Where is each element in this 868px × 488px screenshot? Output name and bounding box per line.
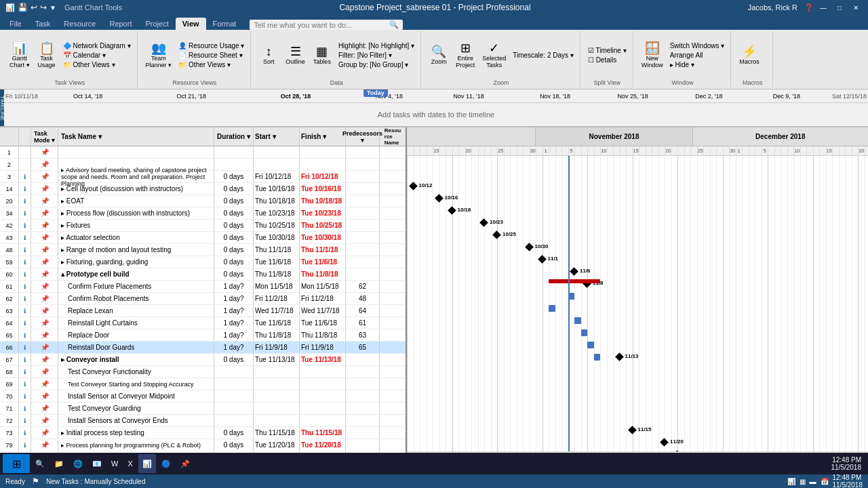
arrange-all-button[interactable]: Arrange All: [668, 51, 727, 60]
col-res-header[interactable]: ResourceName: [380, 127, 406, 146]
search-ribbon-input[interactable]: [254, 21, 389, 29]
task-usage-button[interactable]: 📋 TaskUsage: [35, 41, 59, 70]
switch-windows-button[interactable]: Switch Windows ▾: [668, 41, 727, 50]
resource-usage-button[interactable]: 👤 Resource Usage ▾: [176, 41, 246, 50]
table-row[interactable]: 3 ℹ 📌 ▸ Advisory board meeting, sharing …: [0, 171, 406, 183]
info-icon: ℹ: [24, 418, 26, 424]
table-row[interactable]: 14ℹ 📌 ▸ Cell layout (discussion with ins…: [0, 183, 406, 195]
highlight-dropdown[interactable]: Highlight: [No Highlight] ▾: [336, 41, 416, 50]
table-row[interactable]: 59ℹ 📌 ▸ Fixturing, guarding, guiding 0 d…: [0, 256, 406, 268]
status-view-icon[interactable]: 📊: [787, 478, 795, 485]
table-row[interactable]: 65ℹ 📌 Replace Door 1 day? Thu 11/8/18 Th…: [0, 329, 406, 342]
col-duration-header[interactable]: Duration ▾: [214, 127, 254, 146]
quick-access-undo[interactable]: ↩: [31, 3, 37, 12]
table-row[interactable]: 1📌: [0, 146, 406, 159]
start-button[interactable]: ⊞: [3, 454, 30, 473]
quick-access-dropdown[interactable]: ▼: [50, 4, 56, 12]
tab-report[interactable]: Report: [102, 18, 138, 30]
table-row[interactable]: 43ℹ 📌 ▸ Actuator selection 0 days Tue 10…: [0, 232, 406, 244]
tables-button[interactable]: ▦ Tables: [310, 44, 334, 66]
sort-button[interactable]: ↕ Sort: [256, 44, 281, 66]
status-timeline-icon[interactable]: 📅: [821, 478, 829, 485]
today-button[interactable]: Today: [363, 89, 388, 97]
calendar-button[interactable]: 📅 Calendar ▾: [61, 51, 133, 60]
tables-icon: ▦: [316, 45, 328, 58]
table-row[interactable]: 63ℹ 📌 Replace Lexan 1 day? Wed 11/7/18 W…: [0, 305, 406, 317]
taskbar-file-explorer[interactable]: 📁: [50, 454, 68, 473]
details-checkbox[interactable]: ☐ Details: [586, 56, 629, 64]
tab-view[interactable]: View: [176, 18, 206, 30]
table-row[interactable]: 61ℹ 📌 Confirm Fixture Placements 1 day? …: [0, 281, 406, 293]
table-row[interactable]: 67ℹ 📌 ▸ Conveyor install 0 days Tue 11/1…: [0, 354, 406, 366]
selected-tasks-button[interactable]: ✓ SelectedTasks: [479, 41, 509, 70]
new-window-button[interactable]: 🪟 NewWindow: [639, 41, 666, 70]
milestone-label: 10/25: [502, 231, 516, 237]
col-name-header[interactable]: Task Name ▾: [58, 127, 214, 146]
col-pred-header[interactable]: Predecessors ▾: [346, 127, 380, 146]
table-row[interactable]: 48ℹ 📌 ▸ Range of motion and layout testi…: [0, 244, 406, 256]
ribbon-group-split-view: ☑ Timeline ▾ ☐ Details Split View: [582, 31, 633, 87]
outline-button[interactable]: ☰ Outline: [283, 44, 308, 66]
entire-project-button[interactable]: ⊞ EntireProject: [453, 41, 477, 70]
task-bar[interactable]: [574, 317, 581, 324]
table-row[interactable]: 72ℹ 📌 Install Sensors at Conveyor Ends: [0, 415, 406, 427]
tab-resource[interactable]: Resource: [57, 18, 102, 30]
macros-button[interactable]: ⚡ Macros: [736, 44, 762, 66]
groupby-dropdown[interactable]: Group by: [No Group] ▾: [336, 60, 416, 69]
grid-line-v: [858, 156, 859, 451]
help-icon[interactable]: ❓: [804, 3, 814, 12]
other-views-task-button[interactable]: 📁 Other Views ▾: [61, 60, 133, 69]
task-bar[interactable]: [594, 354, 601, 361]
tab-project[interactable]: Project: [138, 18, 175, 30]
taskbar-project[interactable]: 📊: [138, 454, 156, 473]
taskbar-chrome[interactable]: 🔵: [157, 454, 175, 473]
network-diagram-button[interactable]: 🔷 Network Diagram ▾: [61, 41, 133, 50]
task-bar[interactable]: [581, 329, 588, 336]
tab-file[interactable]: File: [3, 18, 28, 30]
col-start-header[interactable]: Start ▾: [254, 127, 300, 146]
ribbon-group-window: 🪟 NewWindow Switch Windows ▾ Arrange All…: [635, 31, 732, 87]
table-row[interactable]: 69ℹ 📌 Test Conveyor Starting and Stoppin…: [0, 378, 406, 390]
taskbar-edge[interactable]: 🌐: [69, 454, 87, 473]
resource-sheet-button[interactable]: 📄 Resource Sheet ▾: [176, 51, 246, 60]
zoom-button[interactable]: 🔍 Zoom: [427, 44, 451, 66]
table-row[interactable]: 79ℹ 📌 ▸ Process planning for programming…: [0, 439, 406, 451]
gantt-chart-button[interactable]: 📊 GanttChart ▾: [7, 41, 33, 70]
taskbar-word[interactable]: W: [107, 454, 122, 473]
col-finish-header[interactable]: Finish ▾: [300, 127, 346, 146]
team-planner-button[interactable]: 👥 TeamPlanner ▾: [143, 41, 175, 70]
status-gantt-icon[interactable]: ▬: [810, 478, 816, 485]
table-row[interactable]: 68ℹ 📌 Test Conveyor Functionality: [0, 366, 406, 378]
table-row[interactable]: 60ℹ 📌 ▴ Prototype cell build 0 days Thu …: [0, 268, 406, 281]
filter-dropdown[interactable]: Filter: [No Filter] ▾: [336, 51, 416, 60]
hide-button[interactable]: ▸ Hide ▾: [668, 60, 727, 69]
table-row[interactable]: 73ℹ 📌 ▸ Initial process step testing 0 d…: [0, 427, 406, 439]
tab-task[interactable]: Task: [28, 18, 58, 30]
close-button[interactable]: ✕: [849, 2, 863, 13]
minimize-button[interactable]: —: [816, 2, 830, 13]
taskbar-other[interactable]: 📌: [176, 454, 194, 473]
info-icon: ℹ: [24, 442, 26, 449]
restore-button[interactable]: □: [833, 2, 846, 13]
other-views-res-button[interactable]: 📁 Other Views ▾: [176, 60, 246, 69]
grid-line-v: [504, 156, 505, 451]
taskbar-mail[interactable]: 📧: [88, 454, 106, 473]
task-bar[interactable]: [587, 342, 594, 348]
taskbar-search[interactable]: 🔍: [31, 454, 49, 473]
timescale-dropdown[interactable]: Timescale: 2 Days ▾: [511, 51, 576, 60]
timeline-checkbox[interactable]: ☑ Timeline ▾: [586, 46, 629, 55]
table-row[interactable]: 66ℹ 📌 Reinstall Door Guards 1 day? Fri 1…: [0, 342, 406, 354]
table-row[interactable]: 71ℹ 📌 Test Conveyor Guarding: [0, 403, 406, 415]
quick-access-save[interactable]: 💾: [18, 3, 28, 12]
table-row[interactable]: 42ℹ 📌 ▸ Fixtures 0 days Thu 10/25/18 Thu…: [0, 220, 406, 232]
table-row[interactable]: 70ℹ 📌 Install Sensor at Conveyor Midpoin…: [0, 390, 406, 403]
table-row[interactable]: 62ℹ 📌 Confirm Robot Placements 1 day? Fr…: [0, 293, 406, 305]
quick-access-redo[interactable]: ↪: [40, 3, 47, 12]
task-bar[interactable]: [549, 305, 555, 312]
table-row[interactable]: 64ℹ 📌 Reinstall Light Curtains 1 day? Tu…: [0, 317, 406, 329]
status-table-icon[interactable]: ▦: [800, 478, 806, 485]
tab-format[interactable]: Format: [206, 18, 243, 30]
table-row[interactable]: 20ℹ 📌 ▸ EOAT 0 days Thu 10/18/18 Thu 10/…: [0, 195, 406, 207]
taskbar-excel[interactable]: X: [123, 454, 136, 473]
table-row[interactable]: 34ℹ 📌 ▸ Process flow (discussion with in…: [0, 207, 406, 220]
